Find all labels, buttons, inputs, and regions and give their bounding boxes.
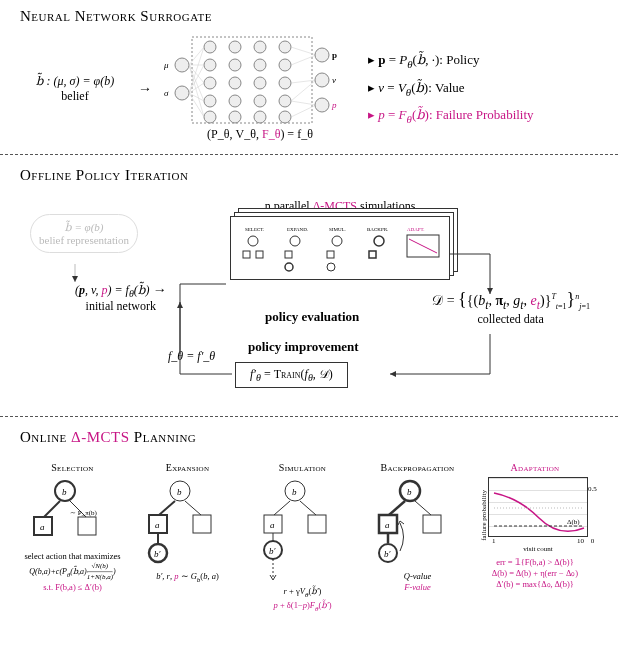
svg-line-78: [274, 501, 290, 515]
svg-point-53: [327, 263, 335, 271]
delta-b-label: Δ(b): [567, 518, 580, 526]
ytick-0: 0: [588, 537, 597, 545]
svg-point-6: [204, 95, 216, 107]
divider-2: [0, 416, 618, 417]
svg-text:ADAPT.: ADAPT.: [407, 227, 425, 232]
policy-improve-label: policy improvement: [248, 339, 359, 355]
stage-selection: Selection b a ∼ P_π(b) select action tha…: [20, 462, 125, 593]
data-label: collected data: [431, 312, 590, 327]
svg-point-16: [254, 95, 266, 107]
stage-expansion: Expansion b a b′ b′, r, p ∼ Gb(b, a): [135, 462, 240, 585]
mini-mcts-diagram: SELECT. EXPAND. SIMUL. BACKPR.: [230, 216, 450, 280]
svg-line-90: [415, 501, 431, 515]
svg-point-17: [254, 111, 266, 123]
svg-point-5: [204, 77, 216, 89]
expansion-eq: b′, r, p ∼ Gb(b, a): [135, 571, 240, 585]
nn-caption: (P_θ, V_θ, F_θ) = f_θ: [160, 127, 360, 142]
svg-point-4: [204, 59, 216, 71]
svg-point-9: [229, 59, 241, 71]
svg-point-55: [374, 236, 384, 246]
section1-title: Neural Network Surrogate: [20, 8, 598, 25]
svg-point-21: [279, 95, 291, 107]
policy-eval-label: policy evaluation: [265, 309, 359, 325]
svg-text:BACKPR.: BACKPR.: [367, 227, 388, 232]
svg-point-18: [279, 41, 291, 53]
svg-point-39: [315, 48, 329, 62]
v-out: v: [332, 75, 336, 85]
ytick-05: 0.5: [588, 485, 597, 493]
svg-point-14: [254, 59, 266, 71]
belief-repr-eq: b̃ = φ(b): [39, 221, 129, 234]
svg-rect-45: [256, 251, 263, 258]
xtick-1: 1: [492, 537, 496, 545]
selection-tree: b a ∼ P_π(b): [20, 477, 110, 547]
svg-point-2: [175, 86, 189, 100]
svg-rect-48: [285, 251, 292, 258]
simulation-block: n parallel Δ-MCTS simulations SELECT. EX…: [230, 199, 450, 288]
backprop-tree: b a b′: [365, 477, 455, 567]
ftheta-update: f_θ = f′_θ: [168, 349, 215, 364]
svg-text:b: b: [292, 487, 297, 497]
svg-point-11: [229, 95, 241, 107]
section-online-planning: Online Δ-MCTS Planning Selection b a ∼ P…: [0, 421, 618, 622]
svg-rect-72: [193, 515, 211, 533]
arrow-icon: →: [138, 81, 152, 97]
stage-backprop: Backpropagation b a b′ Q-value F-value: [365, 462, 470, 593]
collected-data: 𝒟 = {{(bt, πt, gt, et)}Tt=1}nj=1 collect…: [431, 289, 590, 327]
svg-text:b: b: [407, 487, 412, 497]
belief-repr-label: belief representation: [39, 234, 129, 246]
adapt-ylabel: failure probability: [480, 490, 488, 541]
svg-text:a: a: [385, 520, 390, 530]
simulation-tree: b a b′: [250, 477, 340, 582]
stage-adaptation: Adaptation failure probability Δ(b) 1: [480, 462, 590, 590]
divider-1: [0, 154, 618, 155]
svg-point-19: [279, 59, 291, 71]
svg-text:a: a: [40, 522, 45, 532]
svg-point-10: [229, 77, 241, 89]
svg-line-61: [44, 501, 60, 517]
svg-line-23: [189, 47, 204, 65]
svg-point-13: [254, 41, 266, 53]
svg-rect-52: [327, 251, 334, 258]
svg-text:EXPAND.: EXPAND.: [287, 227, 308, 232]
simulation-title: Simulation: [250, 462, 355, 473]
svg-point-12: [229, 111, 241, 123]
svg-text:a: a: [155, 520, 160, 530]
svg-text:b: b: [177, 487, 182, 497]
simulation-eq: r + γVθ(b̃′) p + δ(1−p)Fθ(b̃′): [250, 586, 355, 614]
section-neural-surrogate: Neural Network Surrogate b̃ : (μ, σ) = φ…: [0, 0, 618, 150]
svg-line-68: [159, 501, 175, 515]
svg-rect-82: [308, 515, 326, 533]
svg-line-34: [291, 55, 316, 65]
belief-input: b̃ : (μ, σ) = φ(b) belief: [20, 74, 130, 104]
svg-point-41: [315, 98, 329, 112]
stage-simulation: Simulation b a b′ r + γVθ(b̃′) p + δ(1−p…: [250, 462, 355, 614]
svg-rect-44: [243, 251, 250, 258]
svg-text:SIMUL.: SIMUL.: [329, 227, 346, 232]
svg-point-40: [315, 73, 329, 87]
expansion-tree: b a b′: [135, 477, 225, 567]
section-offline-policy: Offline Policy Iteration b̃ = φ(b) belie…: [0, 159, 618, 412]
backprop-eq: Q-value F-value: [365, 571, 470, 593]
svg-text:b′: b′: [384, 549, 392, 559]
svg-line-89: [389, 501, 405, 515]
expansion-title: Expansion: [135, 462, 240, 473]
svg-line-69: [185, 501, 201, 515]
svg-line-32: [189, 93, 204, 117]
belief-eq: b̃ : (μ, σ) = φ(b): [20, 74, 130, 89]
section2-title: Offline Policy Iteration: [20, 167, 598, 184]
adapt-xlabel: visit count: [488, 545, 588, 553]
p-out: p: [332, 50, 337, 60]
train-box: f′θ = Train(fθ, 𝒟): [235, 362, 348, 388]
value-output: ▸ v = Vθ(b̃): Value: [368, 80, 534, 98]
svg-text:a: a: [270, 520, 275, 530]
selection-constraint: s.t. F(b,a) ≤ Δ′(b): [20, 582, 125, 593]
belief-label: belief: [20, 89, 130, 104]
svg-line-27: [189, 65, 204, 117]
svg-text:b′: b′: [269, 546, 277, 556]
svg-point-15: [254, 77, 266, 89]
belief-repr-box: b̃ = φ(b) belief representation: [30, 214, 138, 253]
sample-label: ∼ P_π(b): [70, 509, 98, 517]
svg-point-20: [279, 77, 291, 89]
svg-line-25: [189, 65, 204, 83]
